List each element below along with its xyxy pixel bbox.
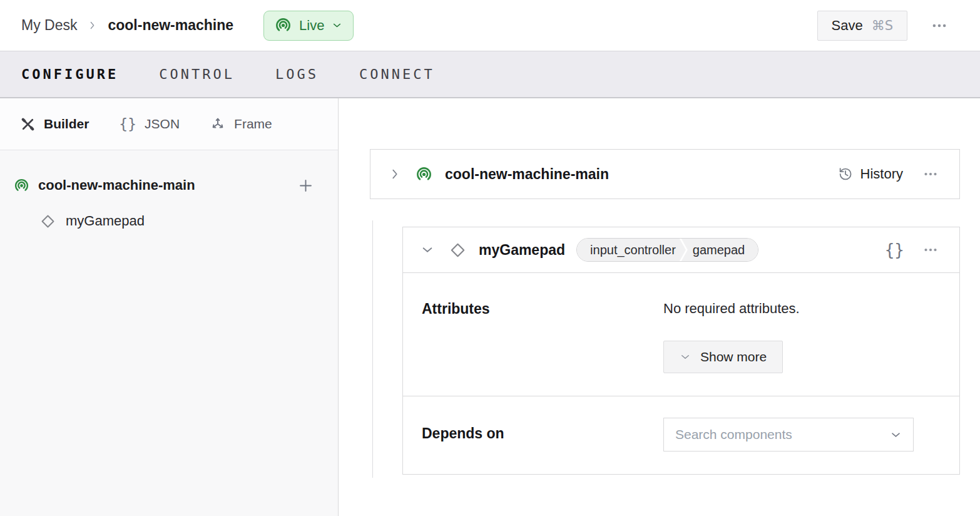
machine-part-title: cool-new-machine-main <box>445 166 837 183</box>
app-root: My Desk cool-new-machine Live Save ⌘S CO… <box>0 0 980 516</box>
broadcast-live-icon <box>14 178 29 194</box>
tree-component-label: myGamepad <box>66 213 145 229</box>
show-more-button[interactable]: Show more <box>663 341 783 373</box>
component-model-label: gamepad <box>681 239 758 261</box>
tab-configure[interactable]: CONFIGURE <box>21 66 118 82</box>
breadcrumb: My Desk cool-new-machine <box>21 17 233 34</box>
tree-machine-label: cool-new-machine-main <box>38 177 287 194</box>
attributes-body: No required attributes. Show more <box>663 301 941 373</box>
save-button[interactable]: Save ⌘S <box>817 11 908 41</box>
component-card: myGamepad input_controller gamepad {} At… <box>402 227 960 475</box>
expand-chevron-right-icon[interactable] <box>388 167 402 181</box>
builder-toggle-label: Builder <box>44 116 89 132</box>
chevron-right-icon <box>87 20 98 31</box>
config-sidebar: Builder {} JSON Frame <box>0 98 339 516</box>
edit-json-button[interactable]: {} <box>885 240 904 259</box>
view-toggle-builder[interactable]: Builder <box>20 116 89 132</box>
live-status-label: Live <box>299 18 324 34</box>
view-toggle-json[interactable]: {} JSON <box>119 116 180 132</box>
chevron-down-icon <box>680 351 691 363</box>
history-clock-icon <box>837 166 854 182</box>
breadcrumb-parent-link[interactable]: My Desk <box>21 17 77 34</box>
frame-axes-icon <box>210 116 226 132</box>
header-more-menu-button[interactable] <box>927 14 951 38</box>
broadcast-live-icon <box>416 166 432 183</box>
component-card-header[interactable]: myGamepad input_controller gamepad {} <box>403 227 959 273</box>
view-mode-toggle: Builder {} JSON Frame <box>0 98 338 150</box>
config-main-panel: cool-new-machine-main History <box>339 98 980 516</box>
machine-tab-bar: CONFIGURE CONTROL LOGS CONNECT <box>0 51 980 98</box>
live-status-dropdown[interactable]: Live <box>263 11 354 41</box>
tab-control[interactable]: CONTROL <box>159 66 235 82</box>
json-toggle-label: JSON <box>145 116 180 132</box>
chevron-down-icon <box>332 20 342 31</box>
view-toggle-frame[interactable]: Frame <box>210 116 272 132</box>
tab-logs[interactable]: LOGS <box>275 66 319 82</box>
curly-braces-icon: {} <box>119 117 136 132</box>
breadcrumb-current: cool-new-machine <box>108 17 233 34</box>
component-type-badge: input_controller gamepad <box>576 238 758 262</box>
attributes-heading: Attributes <box>422 301 663 373</box>
component-diamond-icon <box>449 242 466 259</box>
chevron-down-icon <box>890 429 902 441</box>
component-title: myGamepad <box>479 242 565 259</box>
content-area: Builder {} JSON Frame <box>0 98 980 516</box>
attributes-section: Attributes No required attributes. Show … <box>403 273 959 396</box>
attributes-empty-message: No required attributes. <box>663 301 941 317</box>
depends-on-body <box>663 418 941 452</box>
component-type-label: input_controller <box>577 239 686 261</box>
component-card-wrapper: myGamepad input_controller gamepad {} At… <box>370 227 960 475</box>
show-more-label: Show more <box>700 349 767 364</box>
collapse-chevron-down-icon[interactable] <box>421 243 434 257</box>
component-diamond-icon <box>40 214 56 229</box>
frame-toggle-label: Frame <box>234 116 272 132</box>
tree-item-machine[interactable]: cool-new-machine-main <box>14 169 315 202</box>
component-more-menu[interactable] <box>919 239 942 261</box>
depends-on-heading: Depends on <box>422 425 663 452</box>
machine-part-card-header[interactable]: cool-new-machine-main History <box>370 149 960 199</box>
save-shortcut-hint: ⌘S <box>872 18 893 33</box>
depends-on-select[interactable] <box>663 418 914 452</box>
tab-connect[interactable]: CONNECT <box>359 66 435 82</box>
component-tree: cool-new-machine-main myGamepad <box>0 150 338 235</box>
tools-icon <box>20 116 36 132</box>
save-button-label: Save <box>832 18 863 34</box>
history-button[interactable]: History <box>837 166 903 182</box>
add-component-button[interactable] <box>296 176 315 195</box>
depends-on-section: Depends on <box>403 396 959 474</box>
broadcast-live-icon <box>275 17 292 34</box>
search-components-input[interactable] <box>675 427 890 442</box>
top-header: My Desk cool-new-machine Live Save ⌘S <box>0 0 980 51</box>
tree-item-component[interactable]: myGamepad <box>40 207 315 235</box>
history-label: History <box>860 166 903 182</box>
machine-card-more-menu[interactable] <box>919 163 942 185</box>
